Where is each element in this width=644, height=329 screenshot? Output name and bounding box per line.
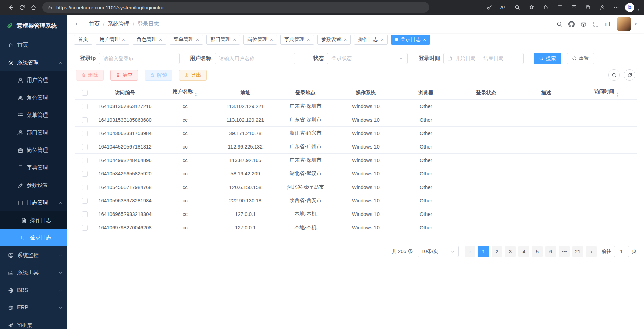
login-ip-input[interactable] bbox=[99, 53, 180, 64]
sidebar-item-role-mgmt[interactable]: 角色管理 bbox=[0, 89, 67, 106]
close-icon[interactable]: × bbox=[270, 37, 273, 42]
close-icon[interactable]: × bbox=[196, 37, 199, 42]
github-icon[interactable] bbox=[568, 21, 575, 27]
breadcrumb-item[interactable]: 系统管理 bbox=[108, 21, 129, 28]
tab-user-mgmt[interactable]: 用户管理× bbox=[96, 35, 129, 45]
close-icon[interactable]: × bbox=[307, 37, 310, 42]
show-search-toggle-button[interactable] bbox=[608, 69, 620, 81]
page-button-21[interactable]: 21 bbox=[572, 246, 583, 257]
address-bar[interactable]: https://ccnetcore.com:1101/system/log/lo… bbox=[42, 2, 429, 13]
tab-post-mgmt[interactable]: 岗位管理× bbox=[243, 35, 277, 45]
row-checkbox[interactable] bbox=[82, 211, 88, 217]
sidebar-item-dept-mgmt[interactable]: 部门管理 bbox=[0, 124, 67, 141]
page-button-3[interactable]: 3 bbox=[505, 246, 516, 257]
search-button[interactable]: 搜索 bbox=[534, 53, 561, 64]
page-size-select[interactable]: 10条/页 bbox=[418, 246, 459, 257]
browser-refresh-button[interactable] bbox=[16, 2, 28, 13]
close-icon[interactable]: × bbox=[423, 37, 426, 42]
row-checkbox[interactable] bbox=[82, 171, 88, 177]
next-page-button[interactable]: › bbox=[586, 246, 597, 257]
sort-icon[interactable]: ▲▼ bbox=[616, 92, 619, 97]
browser-back-button[interactable] bbox=[5, 2, 16, 13]
close-icon[interactable]: × bbox=[122, 37, 125, 42]
sidebar-item-dict-mgmt[interactable]: 字典管理 bbox=[0, 159, 67, 176]
sidebar-item-login-log[interactable]: 登录日志 bbox=[0, 229, 67, 246]
tab-role-mgmt[interactable]: 角色管理× bbox=[133, 35, 166, 45]
help-icon[interactable] bbox=[580, 21, 587, 27]
collapse-sidebar-button[interactable] bbox=[75, 20, 82, 28]
tab-dept-mgmt[interactable]: 部门管理× bbox=[206, 35, 240, 45]
tab-menu-mgmt[interactable]: 菜单管理× bbox=[170, 35, 203, 45]
row-checkbox[interactable] bbox=[82, 225, 88, 231]
sidebar-item-system-monitor[interactable]: 系统监控 bbox=[0, 246, 67, 264]
username-input[interactable] bbox=[215, 53, 295, 64]
collections-icon[interactable] bbox=[583, 2, 594, 13]
close-icon[interactable]: × bbox=[344, 37, 347, 42]
search-icon[interactable] bbox=[556, 21, 563, 27]
password-key-icon[interactable] bbox=[484, 2, 495, 13]
sidebar-item-user-mgmt[interactable]: 用户管理 bbox=[0, 71, 67, 89]
tab-dict-mgmt[interactable]: 字典管理× bbox=[280, 35, 314, 45]
sidebar-item-system-tools[interactable]: 系统工具 bbox=[0, 264, 67, 282]
favorites-add-icon[interactable] bbox=[526, 2, 537, 13]
browser-home-button[interactable] bbox=[28, 2, 39, 13]
split-screen-icon[interactable] bbox=[554, 2, 565, 13]
browser-menu-icon[interactable] bbox=[611, 2, 622, 13]
sidebar-item-log-mgmt[interactable]: 日志管理 bbox=[0, 194, 67, 211]
zoom-icon[interactable] bbox=[512, 2, 523, 13]
sort-icon[interactable]: ▲▼ bbox=[194, 92, 198, 97]
sidebar-item-post-mgmt[interactable]: 岗位管理 bbox=[0, 141, 67, 159]
clear-button[interactable]: 清空 bbox=[110, 70, 138, 81]
date-range-picker[interactable]: 开始日期 - 结束日期 bbox=[443, 53, 524, 64]
tab-operation-log[interactable]: 操作日志× bbox=[354, 35, 388, 45]
fullscreen-icon[interactable] bbox=[593, 21, 599, 27]
sidebar-item-home[interactable]: 首页 bbox=[0, 36, 67, 54]
sidebar-item-menu-mgmt[interactable]: 菜单管理 bbox=[0, 106, 67, 124]
sidebar-item-system-mgmt[interactable]: 系统管理 bbox=[0, 54, 67, 71]
goto-page-input[interactable] bbox=[614, 246, 629, 257]
export-button[interactable]: 导出 bbox=[179, 70, 207, 81]
reset-button[interactable]: 重置 bbox=[567, 53, 594, 64]
row-checkbox[interactable] bbox=[82, 117, 88, 123]
sidebar-item-param-settings[interactable]: 参数设置 bbox=[0, 176, 67, 194]
row-checkbox[interactable] bbox=[82, 185, 88, 190]
sidebar-item-yi-framework[interactable]: Yi框架 bbox=[0, 317, 67, 329]
prev-page-button[interactable]: ‹ bbox=[465, 246, 475, 257]
page-button-6[interactable]: 6 bbox=[545, 246, 556, 257]
row-checkbox[interactable] bbox=[82, 198, 88, 204]
page-button-5[interactable]: 5 bbox=[532, 246, 543, 257]
select-all-checkbox[interactable] bbox=[82, 90, 88, 96]
delete-button[interactable]: 删除 bbox=[76, 70, 104, 81]
favorites-icon[interactable] bbox=[569, 2, 579, 13]
tab-param-settings[interactable]: 参数设置× bbox=[317, 35, 351, 45]
sidebar-item-bbs[interactable]: BBS bbox=[0, 282, 67, 299]
browser-profile-icon[interactable] bbox=[597, 2, 608, 13]
breadcrumb-item[interactable]: 首页 bbox=[89, 21, 100, 28]
row-checkbox[interactable] bbox=[82, 131, 88, 136]
page-button-1[interactable]: 1 bbox=[478, 246, 489, 257]
bing-icon[interactable]: b bbox=[625, 3, 634, 12]
row-checkbox[interactable] bbox=[82, 104, 88, 109]
tab-login-log[interactable]: 登录日志× bbox=[391, 35, 430, 45]
unlock-button[interactable]: 解锁 bbox=[145, 70, 172, 81]
refresh-table-button[interactable] bbox=[624, 69, 635, 81]
close-icon[interactable]: × bbox=[159, 37, 162, 42]
more-pages-button[interactable]: ••• bbox=[559, 246, 570, 257]
user-avatar[interactable] bbox=[617, 17, 631, 31]
tab-home[interactable]: 首页 bbox=[74, 35, 92, 45]
read-aloud-icon[interactable]: A bbox=[498, 2, 509, 13]
column-header[interactable]: 用户名称▲▼ bbox=[155, 86, 215, 100]
extensions-icon[interactable] bbox=[540, 2, 551, 13]
sidebar-item-erp[interactable]: ERP bbox=[0, 299, 67, 317]
row-checkbox[interactable] bbox=[82, 144, 88, 150]
page-button-4[interactable]: 4 bbox=[518, 246, 529, 257]
close-icon[interactable]: × bbox=[381, 37, 384, 42]
row-checkbox[interactable] bbox=[82, 158, 88, 163]
page-button-2[interactable]: 2 bbox=[492, 246, 502, 257]
chevron-down-icon[interactable]: ▾ bbox=[638, 8, 639, 11]
status-select[interactable]: 登录状态 bbox=[327, 53, 408, 64]
sidebar-item-operation-log[interactable]: 操作日志 bbox=[0, 211, 67, 229]
font-size-icon[interactable]: тT bbox=[605, 21, 611, 27]
close-icon[interactable]: × bbox=[233, 37, 236, 42]
column-header[interactable]: 访问时间▲▼ bbox=[576, 86, 637, 100]
